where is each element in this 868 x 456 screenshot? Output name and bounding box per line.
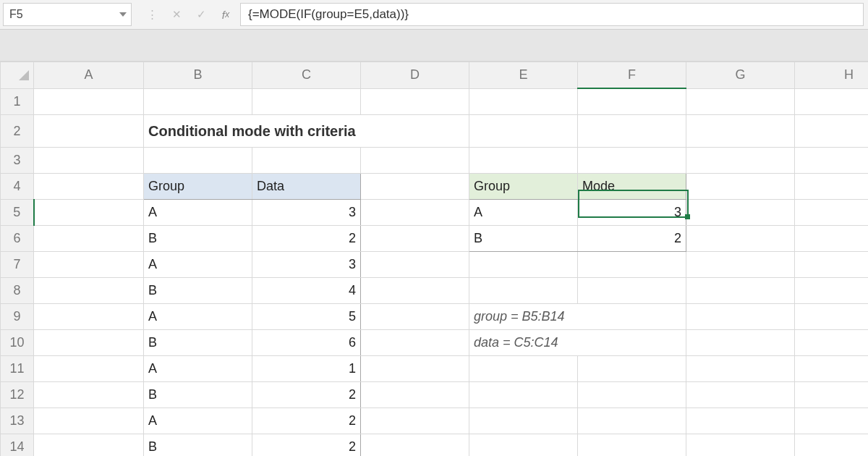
row-11: 11 A 1 [1,356,869,382]
note-line-2: data = C5:C14 [469,330,686,356]
row-1: 1 [1,88,869,115]
cell-C11[interactable]: 1 [252,356,361,382]
cell-B7[interactable]: A [144,252,252,278]
cell-C8[interactable]: 4 [252,278,361,304]
row-14: 14 B 2 [1,434,869,457]
cell-E6[interactable]: B [469,226,578,252]
ribbon-spacer [0,30,868,62]
cell-C14[interactable]: 2 [252,434,361,457]
name-box-value: F5 [9,8,23,21]
cell-B11[interactable]: A [144,356,252,382]
row-header-10[interactable]: 10 [1,330,34,356]
name-box[interactable]: F5 [3,3,132,26]
cancel-icon[interactable]: ✕ [169,7,184,22]
row-header-12[interactable]: 12 [1,382,34,408]
formula-buttons: ⋮ ✕ ✓ fx [137,3,240,26]
col-header-C[interactable]: C [252,62,361,89]
enter-icon[interactable]: ✓ [194,7,208,22]
row-header-7[interactable]: 7 [1,252,34,278]
t2-header-group[interactable]: Group [469,174,578,200]
col-header-F[interactable]: F [578,62,686,89]
row-2: 2 Conditional mode with criteria [1,115,869,148]
cell-B13[interactable]: A [144,408,252,434]
row-6: 6 B 2 B 2 [1,226,869,252]
row-header-4[interactable]: 4 [1,174,34,200]
cell-C5[interactable]: 3 [252,200,361,226]
row-header-1[interactable]: 1 [1,88,34,115]
name-box-dropdown-icon[interactable] [119,12,127,17]
cell-B5[interactable]: A [144,200,252,226]
cell-F5[interactable]: 3 [578,200,686,226]
row-12: 12 B 2 [1,382,869,408]
cell-C6[interactable]: 2 [252,226,361,252]
formula-text: {=MODE(IF(group=E5,data))} [248,7,409,22]
cell-B12[interactable]: B [144,382,252,408]
cell-C13[interactable]: 2 [252,408,361,434]
row-header-9[interactable]: 9 [1,304,34,330]
row-header-8[interactable]: 8 [1,278,34,304]
row-header-11[interactable]: 11 [1,356,34,382]
row-3: 3 [1,148,869,174]
row-8: 8 B 4 [1,278,869,304]
cell-E5[interactable]: A [469,200,578,226]
select-all-corner[interactable] [1,62,34,89]
col-header-H[interactable]: H [795,62,869,89]
cell-C7[interactable]: 3 [252,252,361,278]
cell-B9[interactable]: A [144,304,252,330]
t2-header-mode[interactable]: Mode [578,174,686,200]
row-header-6[interactable]: 6 [1,226,34,252]
cell-B8[interactable]: B [144,278,252,304]
row-7: 7 A 3 [1,252,869,278]
cell-C10[interactable]: 6 [252,330,361,356]
note-line-1: group = B5:B14 [469,304,686,330]
col-header-G[interactable]: G [686,62,795,89]
col-header-E[interactable]: E [469,62,578,89]
row-header-13[interactable]: 13 [1,408,34,434]
row-header-3[interactable]: 3 [1,148,34,174]
row-9: 9 A 5 group = B5:B14 [1,304,869,330]
col-header-A[interactable]: A [34,62,144,89]
cell-C12[interactable]: 2 [252,382,361,408]
page-title: Conditional mode with criteria [144,115,469,148]
cell-B10[interactable]: B [144,330,252,356]
spreadsheet-grid[interactable]: A B C D E F G H 1 2 Conditional mode wit… [0,62,868,456]
row-10: 10 B 6 data = C5:C14 [1,330,869,356]
t1-header-data[interactable]: Data [252,174,361,200]
col-header-B[interactable]: B [144,62,252,89]
row-header-2[interactable]: 2 [1,115,34,148]
column-headers: A B C D E F G H [1,62,869,89]
row-5: 5 A 3 A 3 [1,200,869,226]
cell-F6[interactable]: 2 [578,226,686,252]
formula-input[interactable]: {=MODE(IF(group=E5,data))} [240,3,864,26]
row-header-14[interactable]: 14 [1,434,34,457]
formula-bar: F5 ⋮ ✕ ✓ fx {=MODE(IF(group=E5,data))} [0,0,868,30]
fx-icon[interactable]: fx [218,7,233,22]
cell-C9[interactable]: 5 [252,304,361,330]
row-header-5[interactable]: 5 [1,200,34,226]
cell-B6[interactable]: B [144,226,252,252]
dots-icon[interactable]: ⋮ [145,7,159,22]
cell-B14[interactable]: B [144,434,252,457]
t1-header-group[interactable]: Group [144,174,252,200]
row-4: 4 Group Data Group Mode [1,174,869,200]
col-header-D[interactable]: D [361,62,469,89]
row-13: 13 A 2 [1,408,869,434]
